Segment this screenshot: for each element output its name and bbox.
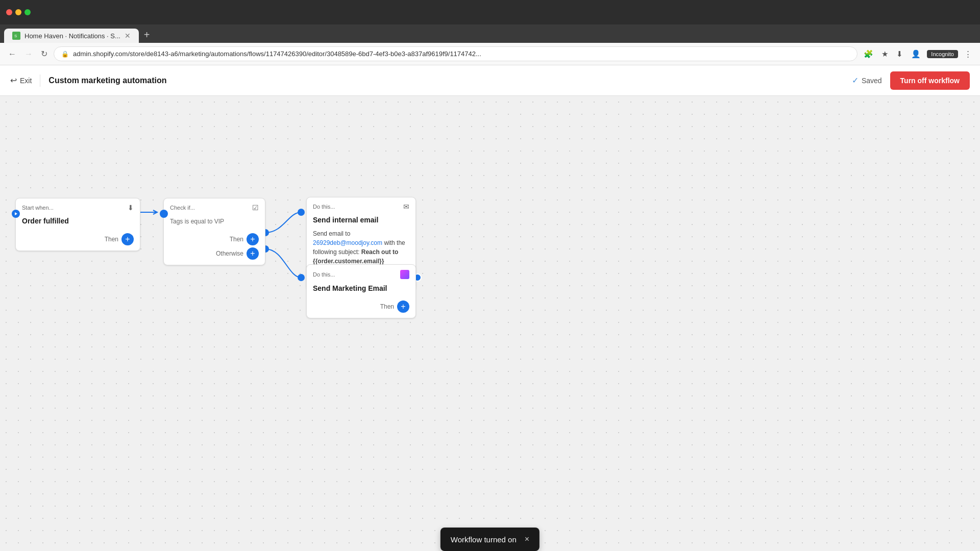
do-marketing-label: Do this... (313, 271, 335, 278)
browser-tab[interactable]: S Home Haven · Notifications · S... ✕ (4, 29, 139, 43)
new-tab-button[interactable]: + (140, 27, 154, 43)
do-marketing-content: Send Marketing Email (307, 282, 415, 297)
check-left-dot (160, 210, 168, 218)
browser-nav: ← → ↻ 🔒 admin.shopify.com/store/de8143-a… (0, 43, 980, 65)
check-node-header: Check if... ☑ (164, 198, 265, 215)
start-add-button[interactable]: + (121, 233, 134, 245)
check-otherwise-label: Otherwise (216, 250, 243, 257)
bookmark-button[interactable]: ★ (879, 47, 890, 61)
toast-close-button[interactable]: × (525, 535, 529, 544)
tab-title: Home Haven · Notifications · S... (24, 32, 120, 40)
favicon: S (12, 32, 20, 40)
url-text: admin.shopify.com/store/de8143-a6/market… (73, 50, 481, 58)
check-then-add-button[interactable]: + (247, 233, 259, 245)
marketing-icon (400, 270, 409, 279)
forward-button[interactable]: → (22, 47, 35, 61)
do-email-header: Do this... ✉ (307, 197, 415, 214)
start-node[interactable]: Start when... ⬇ Order fulfilled Then + (15, 198, 140, 251)
start-node-label: Start when... (22, 205, 54, 211)
svg-point-5 (298, 274, 305, 281)
connections-svg (0, 96, 980, 551)
svg-point-3 (298, 209, 305, 216)
tab-bar: S Home Haven · Notifications · S... ✕ + (0, 24, 980, 43)
menu-button[interactable]: ⋮ (962, 47, 974, 61)
browser-chrome (0, 0, 980, 24)
do-marketing-footer: Then + (307, 297, 415, 318)
saved-check-icon: ✓ (852, 76, 859, 85)
check-node[interactable]: Check if... ☑ Tags is equal to VIP Then … (163, 198, 265, 265)
start-node-footer: Then + (16, 230, 140, 251)
email-body-prefix: Send email to (313, 230, 350, 237)
do-email-body: Send email to 26929deb@moodjoy.com with … (307, 229, 415, 270)
toast-notification: Workflow turned on × (440, 528, 540, 551)
start-node-title: Order fulfilled (22, 217, 134, 225)
app-header: ↩ Exit Custom marketing automation ✓ Sav… (0, 65, 980, 96)
check-otherwise-add-button[interactable]: + (247, 247, 259, 260)
main-layout: Start when... ⬇ Order fulfilled Then + C… (0, 96, 980, 551)
email-icon: ✉ (403, 203, 409, 211)
do-marketing-title: Send Marketing Email (313, 284, 409, 292)
incognito-badge: Incognito (927, 50, 958, 58)
back-button[interactable]: ← (6, 47, 18, 61)
lock-icon: 🔒 (61, 51, 69, 58)
download-button[interactable]: ⬇ (894, 47, 905, 61)
start-trigger-dot (12, 210, 20, 218)
start-node-header: Start when... ⬇ (16, 198, 140, 215)
traffic-lights (6, 9, 31, 15)
do-marketing-node[interactable]: Do this... Send Marketing Email Then + (306, 264, 416, 318)
close-traffic[interactable] (6, 9, 12, 15)
do-marketing-add-button[interactable]: + (397, 300, 409, 313)
exit-button[interactable]: ↩ Exit (10, 76, 32, 85)
start-node-content: Order fulfilled (16, 215, 140, 230)
start-node-icon: ⬇ (128, 204, 134, 212)
do-email-title: Send internal email (313, 216, 409, 224)
check-node-icon: ☑ (252, 204, 259, 212)
saved-status: ✓ Saved (852, 76, 882, 85)
toast-message: Workflow turned on (451, 535, 517, 544)
do-marketing-header: Do this... (307, 265, 415, 282)
check-node-subtitle: Tags is equal to VIP (170, 218, 259, 225)
workflow-canvas[interactable]: Start when... ⬇ Order fulfilled Then + C… (0, 96, 980, 551)
start-then-label: Then (105, 236, 118, 243)
email-address: 26929deb@moodjoy.com (313, 239, 382, 246)
header-divider (40, 74, 40, 87)
exit-icon: ↩ (10, 76, 17, 85)
extensions-button[interactable]: 🧩 (862, 47, 875, 61)
check-otherwise-row: Otherwise + (164, 247, 265, 265)
turn-off-workflow-button[interactable]: Turn off workflow (890, 71, 970, 90)
minimize-traffic[interactable] (15, 9, 21, 15)
check-node-content: Tags is equal to VIP (164, 215, 265, 230)
check-node-label: Check if... (170, 205, 195, 211)
maximize-traffic[interactable] (24, 9, 31, 15)
check-then-row: Then + (164, 230, 265, 247)
saved-label: Saved (862, 77, 882, 85)
address-bar[interactable]: 🔒 admin.shopify.com/store/de8143-a6/mark… (54, 46, 857, 61)
profile-button[interactable]: 👤 (909, 47, 923, 61)
check-then-label: Then (230, 236, 243, 243)
do-email-content: Send internal email (307, 214, 415, 229)
page-title: Custom marketing automation (48, 76, 166, 85)
svg-text:S: S (14, 34, 17, 38)
nav-actions: 🧩 ★ ⬇ 👤 Incognito ⋮ (862, 47, 974, 61)
exit-label: Exit (20, 77, 32, 85)
close-tab-button[interactable]: ✕ (125, 32, 131, 40)
do-marketing-then-label: Then (380, 303, 394, 310)
refresh-button[interactable]: ↻ (39, 47, 50, 61)
do-email-label: Do this... (313, 204, 335, 210)
svg-marker-7 (15, 212, 17, 215)
